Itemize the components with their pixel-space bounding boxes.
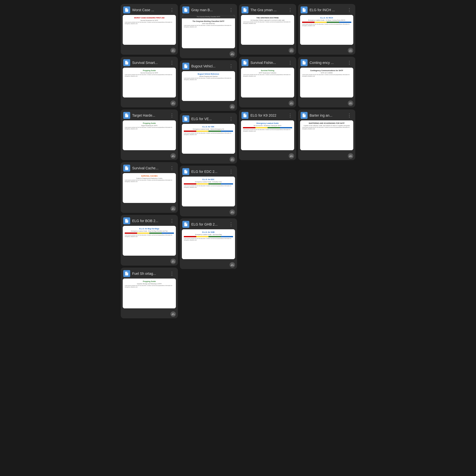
card-header: Survival Smart... ⋮ [121, 57, 178, 68]
right-row-3: ELG for K9 2022 ⋮ Emergency Loadout Guid… [239, 109, 355, 160]
card-thumbnail: Prepping Guide Target Hardening for SHTF… [123, 120, 176, 150]
card-elg-k9[interactable]: ELG for K9 2022 ⋮ Emergency Loadout Guid… [239, 109, 296, 160]
card-contingency[interactable]: Conting ency ... ⋮ Contingency Communica… [298, 57, 355, 107]
thumb-body: Lorem ipsum preview text for this docume… [302, 24, 351, 27]
card-worst-case[interactable]: Worst Case ... ⋮ WORST CASE SCENARIO FIR… [121, 4, 178, 55]
thumb-subtitle: K9 Survival Kit - Readiness Training for… [243, 125, 292, 126]
doc-icon [182, 221, 189, 228]
card-title: Survival Smart... [132, 60, 167, 65]
card-thumbnail: E.L.G. for VEK Emergency Loadout Guide -… [182, 124, 235, 154]
thumb-body: Lorem ipsum preview text for this docume… [125, 127, 174, 130]
thumb-body: Lorem ipsum preview text for this docume… [125, 285, 174, 288]
thumbnail-content: WORST CASE SCENARIO FIRST-AID Survival S… [123, 15, 176, 45]
card-footer [121, 152, 178, 160]
thumb-body: Lorem ipsum preview text for this docume… [184, 238, 233, 241]
card-title: The Gra yman ... [250, 8, 285, 12]
card-thumbnail: THE GRAYMAN DOCTRINE An Everyday Civilia… [241, 15, 294, 45]
card-menu-button[interactable]: ⋮ [228, 168, 235, 175]
card-elg-ghb2[interactable]: ELG for GHB 2... ⋮ E.L.G. for GHB Emerge… [180, 218, 237, 269]
thumb-body: Lorem ipsum preview text for this docume… [184, 25, 233, 28]
card-grayman-b[interactable]: Gray man B... ⋮ The Grayman Briefing Cla… [180, 4, 237, 58]
card-bartering[interactable]: Barter ing an... ⋮ BARTERING AND SCAVENG… [298, 109, 355, 160]
card-footer [121, 310, 178, 318]
card-menu-button[interactable]: ⋮ [287, 59, 294, 66]
card-thumbnail: E.L.G. for INCH Emergency Loadout Guide … [300, 15, 353, 45]
avatar-icon [348, 48, 353, 53]
card-elg-ve[interactable]: ELG for VE... ⋮ E.L.G. for VEK Emergency… [180, 113, 237, 164]
thumb-title-text: Contingency Communications for SHTF [302, 70, 351, 71]
thumb-subtitle: SHTF Sustenance Collection [243, 72, 292, 74]
card-menu-button[interactable]: ⋮ [228, 63, 235, 69]
card-menu-button[interactable]: ⋮ [228, 116, 235, 122]
doc-icon [123, 112, 130, 119]
card-survival-smart[interactable]: Survival Smart... ⋮ Prepping Guide Survi… [121, 57, 178, 107]
card-thumbnail: BARTERING AND SCAVENGING FOR SHTF A guid… [300, 120, 353, 150]
thumb-body: Lorem ipsum preview text for this docume… [243, 129, 292, 132]
card-survival-fishing[interactable]: Survival Fishin... ⋮ Survival Fishing SH… [239, 57, 296, 107]
card-title: Survival Cache... [132, 166, 167, 170]
thumb-subtitle: Target Hardening for SHTF [125, 125, 174, 126]
thumb-subtitle: Emergency Loadout Guide - I'm Never Comi… [302, 19, 351, 21]
card-menu-button[interactable]: ⋮ [287, 112, 294, 119]
card-header: Gray man B... ⋮ [180, 4, 237, 15]
thumb-body: Lorem ipsum preview text for this docume… [243, 21, 292, 24]
card-menu-button[interactable]: ⋮ [169, 59, 175, 66]
card-header: Worst Case ... ⋮ [121, 4, 178, 15]
card-menu-button[interactable]: ⋮ [287, 7, 294, 13]
card-menu-button[interactable]: ⋮ [346, 59, 353, 66]
avatar-icon [170, 206, 176, 211]
thumb-subtitle: Emergency Loadout Guide - Bug Out Bag Ch… [125, 230, 174, 232]
card-menu-button[interactable]: ⋮ [169, 112, 175, 119]
card-title: ELG for INCH ... [310, 8, 344, 12]
card-title: ELG for GHB 2... [191, 222, 226, 227]
card-elg-edc2[interactable]: ELG for EDC 2... ⋮ E.L.G. for EDC Emerge… [180, 166, 237, 216]
card-fuel-shortag[interactable]: Fuel Sh ortag... ⋮ Prepping Guide Gasoli… [121, 268, 178, 318]
card-menu-button[interactable]: ⋮ [228, 7, 235, 13]
thumb-title-text: Survival Fishing [243, 70, 292, 71]
card-menu-button[interactable]: ⋮ [346, 112, 353, 119]
card-menu-button[interactable]: ⋮ [346, 7, 353, 13]
card-menu-button[interactable]: ⋮ [169, 218, 175, 224]
card-bugout-vehicl[interactable]: Bugout Vehicl... ⋮ Bugout Vehicle Refere… [180, 60, 237, 111]
card-footer [239, 47, 296, 55]
thumb-title-text: E.L.G. for INCH [302, 17, 351, 19]
doc-icon [182, 63, 189, 70]
card-grayman-doc[interactable]: The Gra yman ... ⋮ THE GRAYMAN DOCTRINE … [239, 4, 296, 55]
card-footer [121, 258, 178, 266]
thumb-title-text: E.L.G. for EDC [184, 179, 233, 180]
card-menu-button[interactable]: ⋮ [169, 7, 175, 13]
doc-icon [123, 6, 130, 13]
thumb-body: Lorem ipsum preview text for this docume… [243, 74, 292, 77]
doc-icon [301, 6, 308, 13]
thumb-title-text: E.L.G. for VEK [184, 126, 233, 128]
thumb-title-text: Bugout Vehicle Reference [184, 73, 233, 75]
card-footer [180, 156, 237, 164]
card-elg-bob[interactable]: ELG for BOB 2... ⋮ E.L.G. for Bug Out Ba… [121, 215, 178, 266]
card-thumbnail: Bugout Vehicle Reference Vehicle Preppin… [182, 71, 235, 101]
avatar-icon [170, 153, 176, 159]
card-footer [180, 208, 237, 216]
doc-icon [123, 217, 130, 224]
card-title: Target Harde... [132, 113, 167, 118]
thumb-body: Lorem ipsum preview text for this docume… [184, 78, 233, 81]
card-survival-cache[interactable]: Survival Cache... ⋮ SURVIVAL CACHES Guid… [121, 162, 178, 213]
card-menu-button[interactable]: ⋮ [169, 270, 175, 277]
card-thumbnail: E.L.G. for GHB Emergency Loadout Guide -… [182, 229, 235, 259]
card-header: Barter ing an... ⋮ [298, 109, 355, 120]
main-grid: Worst Case ... ⋮ WORST CASE SCENARIO FIR… [121, 4, 355, 318]
doc-icon [123, 59, 130, 66]
thumb-body: Lorem ipsum preview text for this docume… [302, 127, 351, 130]
thumbnail-content: BARTERING AND SCAVENGING FOR SHTF A guid… [300, 120, 353, 150]
card-thumbnail: Prepping Guide Survival Smartness for SH… [123, 68, 176, 97]
thumbnail-content: Bugout Vehicle Reference Vehicle Preppin… [182, 71, 235, 101]
thumbnail-content: Survival Fishing SHTF Sustenance Collect… [241, 68, 294, 97]
card-title: ELG for EDC 2... [191, 169, 226, 174]
card-menu-button[interactable]: ⋮ [169, 165, 175, 171]
card-thumbnail: The Grayman Briefing Classified SHTF The… [182, 15, 235, 48]
card-target-harde[interactable]: Target Harde... ⋮ Prepping Guide Target … [121, 109, 178, 160]
thumb-subtitle: Emergency Loadout Guide - Everyday Carry [184, 181, 233, 183]
thumb-subtitle: JOIN THE BRIEFING [184, 23, 233, 24]
card-elg-inch[interactable]: ELG for INCH ... ⋮ E.L.G. for INCH Emerg… [298, 4, 355, 55]
card-title: Gray man B... [191, 8, 226, 12]
card-menu-button[interactable]: ⋮ [228, 221, 235, 228]
